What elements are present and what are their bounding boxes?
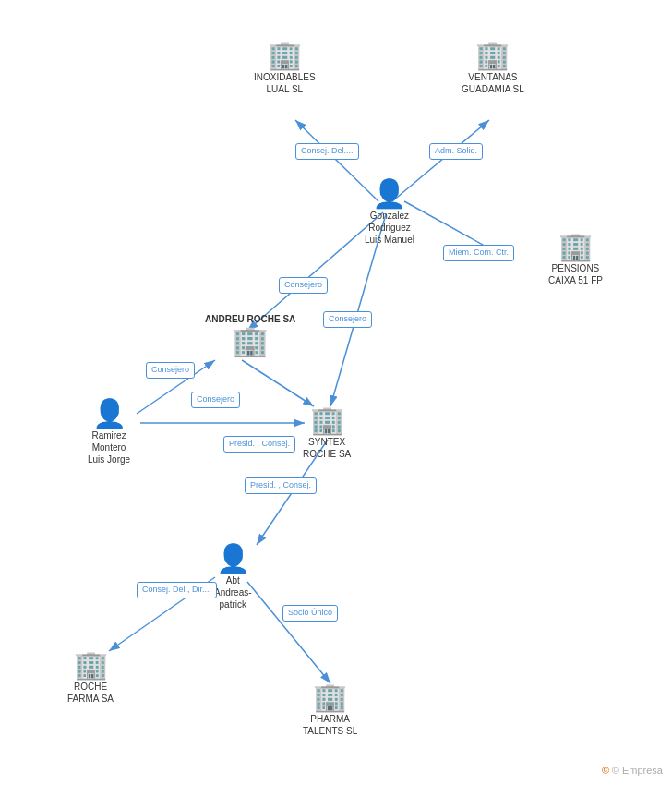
node-andreu[interactable]: ANDREU ROCHE SA 🏢: [205, 314, 295, 356]
label-ramirez: Ramirez Montero Luis Jorge: [88, 429, 130, 465]
badge-consej-del-dir[interactable]: Consej. Del., Dir....: [137, 582, 217, 598]
node-roche-farma[interactable]: 🏢 ROCHE FARMA SA: [67, 651, 114, 705]
building-icon-ventanas: 🏢: [475, 42, 510, 69]
building-icon-syntex: 🏢: [310, 406, 344, 434]
label-gonzalez: Gonzalez Rodriguez Luis Manuel: [365, 210, 414, 246]
badge-consejero3[interactable]: Consejero: [146, 362, 195, 379]
label-ventanas: VENTANAS GUADAMIA SL: [462, 71, 524, 95]
person-icon-gonzalez: 👤: [372, 180, 406, 208]
node-syntex[interactable]: 🏢 SYNTEX ROCHE SA: [303, 406, 351, 460]
label-syntex: SYNTEX ROCHE SA: [303, 436, 351, 460]
watermark-symbol: ©: [602, 765, 609, 776]
diagram: 🏢 INOXIDABLES LUAL SL 🏢 VENTANAS GUADAMI…: [0, 0, 672, 785]
watermark-text: © Empresa: [612, 765, 663, 776]
badge-consejero2[interactable]: Consejero: [323, 311, 372, 328]
svg-line-8: [242, 360, 314, 406]
node-ramirez[interactable]: 👤 Ramirez Montero Luis Jorge: [88, 400, 130, 465]
label-roche-farma: ROCHE FARMA SA: [67, 681, 114, 705]
person-icon-ramirez: 👤: [92, 400, 126, 428]
node-inoxidables[interactable]: 🏢 INOXIDABLES LUAL SL: [254, 42, 316, 95]
building-icon-andreu: 🏢: [232, 326, 269, 356]
label-andreu-text: ANDREU ROCHE SA: [205, 314, 295, 324]
badge-consej-del1[interactable]: Consej. Del....: [295, 143, 359, 160]
badge-miem-com[interactable]: Miem. Com. Ctr.: [443, 245, 514, 261]
node-abt[interactable]: 👤 Abt Andreas- patrick: [214, 545, 252, 610]
badge-socio-unico[interactable]: Socio Único: [282, 605, 338, 622]
person-icon-abt: 👤: [216, 545, 250, 573]
label-abt: Abt Andreas- patrick: [214, 574, 252, 610]
building-icon-pharma: 🏢: [313, 683, 347, 711]
label-pensions: PENSIONS CAIXA 51 FP: [548, 262, 603, 286]
watermark: © © Empresa: [602, 765, 663, 776]
node-gonzalez[interactable]: 👤 Gonzalez Rodriguez Luis Manuel: [365, 180, 414, 246]
label-pharma: PHARMA TALENTS SL: [303, 713, 357, 737]
node-pensions[interactable]: 🏢 PENSIONS CAIXA 51 FP: [548, 233, 603, 286]
badge-consejero4[interactable]: Consejero: [191, 392, 240, 408]
badge-adm-solid[interactable]: Adm. Solid.: [429, 143, 483, 160]
badge-presid-consej1[interactable]: Presid. , Consej.: [223, 436, 295, 453]
building-icon-roche-farma: 🏢: [74, 651, 108, 679]
svg-line-10: [247, 582, 330, 683]
node-ventanas[interactable]: 🏢 VENTANAS GUADAMIA SL: [462, 42, 524, 95]
building-icon-pensions: 🏢: [558, 233, 593, 260]
building-icon-inoxidables: 🏢: [268, 42, 302, 69]
label-inoxidables: INOXIDABLES LUAL SL: [254, 71, 316, 95]
badge-consejero1[interactable]: Consejero: [279, 277, 328, 294]
node-pharma[interactable]: 🏢 PHARMA TALENTS SL: [303, 683, 357, 737]
badge-presid-consej2[interactable]: Presid. , Consej.: [245, 477, 317, 494]
